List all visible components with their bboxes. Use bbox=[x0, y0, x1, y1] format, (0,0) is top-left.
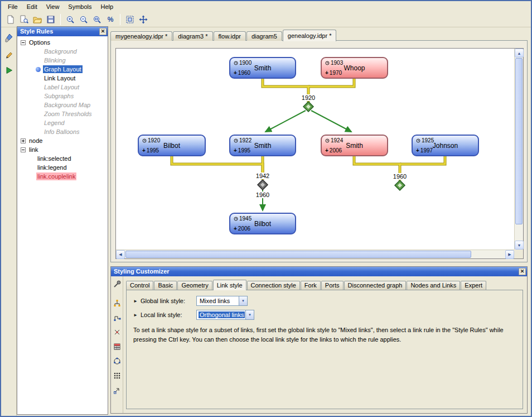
tab-diagram3[interactable]: diagram3 * bbox=[173, 31, 212, 41]
new-document-button[interactable] bbox=[4, 13, 17, 26]
random-layout-button[interactable] bbox=[112, 385, 122, 395]
vertical-scroll-thumb[interactable] bbox=[515, 58, 523, 224]
tree-item-node[interactable]: node bbox=[17, 136, 108, 145]
fit-content-icon bbox=[125, 15, 134, 24]
menu-view[interactable]: View bbox=[42, 2, 64, 11]
zoom-in-button[interactable] bbox=[64, 13, 76, 26]
descent-link[interactable] bbox=[263, 111, 351, 210]
chevron-down-icon[interactable]: ▼ bbox=[245, 310, 254, 319]
marriage-node-1942[interactable] bbox=[258, 180, 268, 190]
tree-item-graph-layout[interactable]: Graph Layout bbox=[17, 65, 108, 74]
tab-disconnected-graph[interactable]: Disconnected graph bbox=[344, 281, 407, 290]
link-routing-button[interactable] bbox=[112, 327, 122, 337]
tab-ports[interactable]: Ports bbox=[321, 281, 344, 290]
collapse-icon[interactable] bbox=[21, 40, 26, 45]
person-node-whoop-1903[interactable]: 1903 Whoop +1970 bbox=[321, 57, 388, 79]
circular-layout-icon bbox=[113, 357, 121, 365]
tab-connection-style[interactable]: Connection style bbox=[247, 281, 300, 290]
scroll-down-button[interactable]: ▼ bbox=[515, 241, 524, 250]
death-year: 1997 bbox=[420, 147, 433, 154]
table-layout-button[interactable] bbox=[112, 342, 122, 352]
expand-icon[interactable] bbox=[21, 138, 26, 143]
tab-nodes-and-links[interactable]: Nodes and Links bbox=[407, 281, 460, 290]
person-node-bilbot-1945[interactable]: 1945 Bilbot +2006 bbox=[229, 213, 296, 234]
menu-edit[interactable]: Edit bbox=[22, 2, 42, 11]
tree-item-options[interactable]: Options bbox=[17, 38, 108, 47]
open-button[interactable] bbox=[31, 13, 43, 26]
vertical-scrollbar[interactable]: ▲ ▼ bbox=[514, 49, 523, 250]
tree-item-zoom-thresholds[interactable]: Zoom Thresholds bbox=[17, 109, 108, 118]
tab-geometry[interactable]: Geometry bbox=[177, 281, 212, 290]
horizontal-scrollbar[interactable]: ◀ ▶ bbox=[116, 250, 514, 258]
tree-item-background-map[interactable]: Background Map bbox=[17, 100, 108, 109]
tree-item-blinking[interactable]: Blinking bbox=[17, 56, 108, 65]
panel-title: Styling Customizer bbox=[114, 268, 170, 275]
tree-item-link-couplelink[interactable]: link.couplelink bbox=[17, 172, 108, 181]
tab-fork[interactable]: Fork bbox=[301, 281, 321, 290]
horizontal-scroll-thumb[interactable] bbox=[125, 251, 471, 258]
fit-content-button[interactable] bbox=[124, 13, 136, 26]
tab-mygenealogy[interactable]: mygenealogy.idpr * bbox=[110, 31, 172, 41]
person-node-johnson-1925[interactable]: 1925 Johnson +1997 bbox=[412, 135, 479, 156]
person-node-smith-1900[interactable]: 1900 Smith +1960 bbox=[229, 57, 296, 79]
styling-customizer-panel: Styling Customizer ✕ bbox=[110, 266, 528, 414]
orthogonal-layout-icon bbox=[113, 314, 121, 322]
global-link-style-value: Mixed links bbox=[199, 298, 231, 304]
tab-control[interactable]: Control bbox=[126, 281, 153, 290]
marriage-node-1920[interactable] bbox=[303, 102, 313, 112]
local-link-style-row: ► Local link style: Orthogonal links ▼ bbox=[133, 310, 516, 320]
tab-diagram5[interactable]: diagram5 bbox=[246, 31, 282, 41]
global-link-style-select[interactable]: Mixed links ▼ bbox=[196, 296, 248, 306]
collapse-icon[interactable] bbox=[21, 147, 26, 152]
hierarchical-layout-button[interactable] bbox=[112, 298, 122, 308]
close-icon[interactable]: ✕ bbox=[519, 268, 526, 275]
menu-symbols[interactable]: Symbols bbox=[64, 2, 96, 11]
styling-customizer-title-bar[interactable]: Styling Customizer ✕ bbox=[111, 267, 527, 276]
person-node-smith-1924[interactable]: 1924 Smith +2006 bbox=[321, 135, 388, 156]
tree-item-link-selected[interactable]: link:selected bbox=[17, 154, 108, 163]
menu-help[interactable]: Help bbox=[96, 2, 118, 11]
orthogonal-layout-button[interactable] bbox=[112, 313, 122, 323]
grid-layout-button[interactable] bbox=[112, 371, 122, 381]
tab-basic[interactable]: Basic bbox=[154, 281, 177, 290]
tab-link-style[interactable]: Link style bbox=[213, 280, 246, 290]
tab-genealogy[interactable]: genealogy.idpr * bbox=[283, 30, 337, 41]
tree-item-link-legend[interactable]: link:legend bbox=[17, 163, 108, 172]
menu-file[interactable]: File bbox=[3, 2, 22, 11]
tree-item-legend[interactable]: Legend bbox=[17, 118, 108, 127]
zoom-box-button[interactable] bbox=[91, 13, 103, 26]
style-rules-title-bar[interactable]: Style Rules ✕ bbox=[17, 27, 108, 36]
scroll-left-button[interactable]: ◀ bbox=[116, 250, 125, 259]
marriage-label-1942: 1942 bbox=[255, 172, 270, 179]
tree-item-subgraphs[interactable]: Subgraphs bbox=[17, 92, 108, 100]
marriage-node-1960[interactable] bbox=[395, 180, 405, 190]
tree-item-info-balloons[interactable]: Info Balloons bbox=[17, 127, 108, 136]
tree-item-label-layout[interactable]: Label Layout bbox=[17, 83, 108, 92]
death-cross-icon: + bbox=[234, 147, 237, 154]
scroll-up-button[interactable]: ▲ bbox=[515, 49, 524, 57]
tree-item-link[interactable]: link bbox=[17, 145, 108, 154]
customizer-icon-strip bbox=[111, 276, 123, 413]
run-button[interactable] bbox=[3, 64, 15, 76]
tab-flow[interactable]: flow.idpr bbox=[214, 31, 246, 41]
tree-item-background[interactable]: Background bbox=[17, 47, 108, 56]
zoom-out-button[interactable] bbox=[78, 13, 90, 26]
brush-tool-button[interactable] bbox=[3, 32, 15, 44]
pencil-tool-button[interactable] bbox=[3, 48, 15, 60]
preview-button[interactable] bbox=[18, 13, 30, 26]
random-layout-icon bbox=[113, 386, 121, 394]
person-node-smith-1922[interactable]: 1922 Smith +1995 bbox=[229, 135, 296, 156]
diagram-canvas[interactable]: 1900 Smith +1960 1903 Whoop +1970 1920 B… bbox=[116, 49, 514, 250]
zoom-percent-button[interactable]: % bbox=[104, 13, 117, 26]
pan-button[interactable] bbox=[137, 13, 149, 26]
customizer-tools-button[interactable] bbox=[112, 279, 122, 289]
person-node-bilbot-1920[interactable]: 1920 Bilbot +1995 bbox=[138, 135, 206, 156]
chevron-down-icon[interactable]: ▼ bbox=[239, 296, 247, 305]
circular-layout-button[interactable] bbox=[112, 356, 122, 366]
local-link-style-select[interactable]: Orthogonal links ▼ bbox=[196, 310, 254, 320]
save-button[interactable] bbox=[45, 13, 57, 26]
tree-item-link-layout[interactable]: Link Layout bbox=[17, 74, 108, 83]
scroll-right-button[interactable]: ▶ bbox=[505, 250, 514, 259]
close-icon[interactable]: ✕ bbox=[99, 28, 107, 35]
tab-expert[interactable]: Expert bbox=[461, 281, 486, 290]
